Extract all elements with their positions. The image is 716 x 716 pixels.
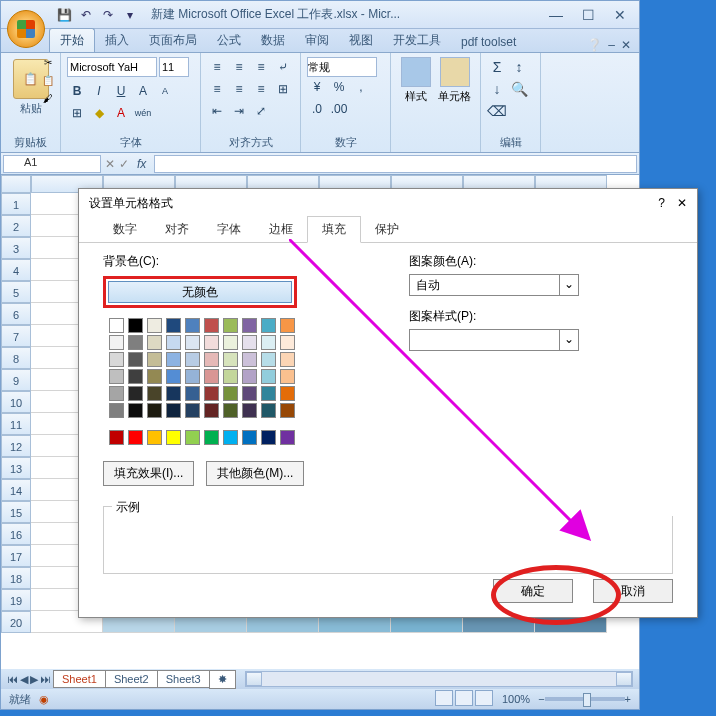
fill-color-button[interactable]: ◆ (89, 103, 109, 123)
row-header[interactable]: 18 (1, 567, 31, 589)
color-swatch[interactable] (280, 386, 295, 401)
color-swatch[interactable] (204, 318, 219, 333)
align-mid-icon[interactable]: ≡ (229, 57, 249, 77)
row-header[interactable]: 17 (1, 545, 31, 567)
comma-icon[interactable]: , (351, 77, 371, 97)
color-swatch[interactable] (147, 335, 162, 350)
color-swatch[interactable] (166, 369, 181, 384)
row-header[interactable]: 8 (1, 347, 31, 369)
undo-icon[interactable]: ↶ (77, 6, 95, 24)
sheet-tab-3[interactable]: Sheet3 (157, 670, 210, 688)
fill-down-icon[interactable]: ↓ (487, 79, 507, 99)
color-swatch[interactable] (223, 386, 238, 401)
color-swatch[interactable] (204, 335, 219, 350)
macro-record-icon[interactable]: ◉ (39, 693, 49, 706)
color-swatch[interactable] (128, 403, 143, 418)
color-swatch[interactable] (280, 335, 295, 350)
color-swatch[interactable] (280, 352, 295, 367)
color-swatch[interactable] (128, 352, 143, 367)
color-swatch[interactable] (128, 386, 143, 401)
color-swatch[interactable] (261, 335, 276, 350)
color-swatch[interactable] (204, 403, 219, 418)
tab-next-icon[interactable]: ▶ (30, 673, 38, 686)
font-name-input[interactable] (67, 57, 157, 77)
color-swatch[interactable] (223, 335, 238, 350)
standard-color-swatch[interactable] (147, 430, 162, 445)
row-header[interactable]: 10 (1, 391, 31, 413)
tab-review[interactable]: 审阅 (295, 29, 339, 52)
sheet-new-icon[interactable]: ✸ (209, 670, 236, 689)
color-swatch[interactable] (128, 318, 143, 333)
more-colors-button[interactable]: 其他颜色(M)... (206, 461, 304, 486)
standard-color-swatch[interactable] (128, 430, 143, 445)
sheet-tab-2[interactable]: Sheet2 (105, 670, 158, 688)
fill-effects-button[interactable]: 填充效果(I)... (103, 461, 194, 486)
row-header[interactable]: 1 (1, 193, 31, 215)
enter-formula-icon[interactable]: ✓ (119, 157, 129, 171)
tab-last-icon[interactable]: ⏭ (40, 673, 51, 685)
color-swatch[interactable] (223, 318, 238, 333)
autosum-icon[interactable]: Σ (487, 57, 507, 77)
color-swatch[interactable] (261, 352, 276, 367)
row-header[interactable]: 15 (1, 501, 31, 523)
color-swatch[interactable] (185, 335, 200, 350)
zoom-label[interactable]: 100% (502, 693, 530, 705)
color-swatch[interactable] (147, 386, 162, 401)
maximize-button[interactable]: ☐ (573, 5, 603, 25)
row-header[interactable]: 11 (1, 413, 31, 435)
color-swatch[interactable] (147, 352, 162, 367)
color-swatch[interactable] (261, 369, 276, 384)
name-box[interactable]: A1 (3, 155, 101, 173)
align-bot-icon[interactable]: ≡ (251, 57, 271, 77)
mdi-min-icon[interactable]: – (608, 38, 615, 52)
no-color-button[interactable]: 无颜色 (108, 281, 292, 303)
tab-pdf[interactable]: pdf toolset (451, 32, 526, 52)
row-header[interactable]: 14 (1, 479, 31, 501)
pattern-color-select[interactable]: 自动 (409, 274, 579, 296)
inc-decimal-icon[interactable]: .0 (307, 99, 327, 119)
tab-first-icon[interactable]: ⏮ (7, 673, 18, 685)
border-button[interactable]: ⊞ (67, 103, 87, 123)
find-icon[interactable]: 🔍 (509, 79, 529, 99)
row-header[interactable]: 5 (1, 281, 31, 303)
standard-color-swatch[interactable] (109, 430, 124, 445)
color-swatch[interactable] (128, 369, 143, 384)
cancel-formula-icon[interactable]: ✕ (105, 157, 115, 171)
view-buttons[interactable] (434, 690, 494, 708)
dec-decimal-icon[interactable]: .00 (329, 99, 349, 119)
standard-color-swatch[interactable] (223, 430, 238, 445)
color-swatch[interactable] (147, 369, 162, 384)
horizontal-scrollbar[interactable] (245, 671, 633, 687)
close-button[interactable]: ✕ (605, 5, 635, 25)
color-swatch[interactable] (242, 403, 257, 418)
dtab-protect[interactable]: 保护 (361, 217, 413, 242)
standard-color-swatch[interactable] (280, 430, 295, 445)
tab-prev-icon[interactable]: ◀ (20, 673, 28, 686)
italic-button[interactable]: I (89, 81, 109, 101)
color-swatch[interactable] (109, 386, 124, 401)
zoom-slider[interactable] (545, 697, 625, 701)
standard-color-swatch[interactable] (261, 430, 276, 445)
fx-icon[interactable]: fx (137, 157, 146, 171)
color-swatch[interactable] (242, 335, 257, 350)
formula-bar[interactable] (154, 155, 637, 173)
dtab-number[interactable]: 数字 (99, 217, 151, 242)
color-swatch[interactable] (166, 352, 181, 367)
font-size-input[interactable] (159, 57, 189, 77)
color-swatch[interactable] (242, 369, 257, 384)
align-right-icon[interactable]: ≡ (251, 79, 271, 99)
currency-icon[interactable]: ¥ (307, 77, 327, 97)
standard-color-swatch[interactable] (204, 430, 219, 445)
color-swatch[interactable] (280, 318, 295, 333)
grow-font-button[interactable]: A (133, 81, 153, 101)
dialog-help-icon[interactable]: ? (658, 196, 665, 210)
row-header[interactable]: 7 (1, 325, 31, 347)
color-swatch[interactable] (109, 318, 124, 333)
color-swatch[interactable] (261, 318, 276, 333)
sheet-tab-1[interactable]: Sheet1 (53, 670, 106, 688)
color-swatch[interactable] (109, 335, 124, 350)
tab-view[interactable]: 视图 (339, 29, 383, 52)
color-swatch[interactable] (204, 369, 219, 384)
help-icon[interactable]: ❔ (587, 38, 602, 52)
color-swatch[interactable] (242, 386, 257, 401)
